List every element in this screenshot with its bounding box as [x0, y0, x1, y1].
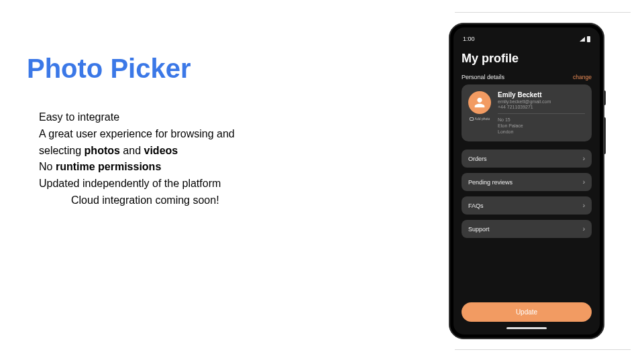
profile-email: emily.beckett@gmail.com	[498, 99, 585, 104]
slide-bullets: Easy to integrate A great user experienc…	[27, 109, 396, 209]
phone-side-button	[604, 90, 606, 105]
slide-title: Photo Picker	[27, 54, 396, 84]
camera-icon	[470, 117, 474, 121]
change-link[interactable]: change	[573, 74, 592, 80]
divider-line	[455, 349, 631, 350]
phone-mock-area: 1:00 My profile Personal details change	[409, 0, 644, 362]
add-photo-link[interactable]: Add photo	[470, 117, 490, 121]
profile-name: Emily Beckett	[498, 91, 585, 99]
battery-icon	[587, 36, 590, 42]
profile-card: Add photo Emily Beckett emily.beckett@gm…	[462, 84, 592, 141]
status-icons	[580, 36, 590, 42]
chevron-right-icon: ›	[583, 155, 585, 162]
bullet-text: selecting	[39, 145, 85, 156]
phone-side-button	[604, 117, 606, 154]
status-time: 1:00	[463, 36, 475, 42]
person-icon	[472, 95, 487, 110]
bullet-line: Easy to integrate	[39, 109, 396, 126]
bullet-bold: runtime permissions	[56, 161, 161, 172]
bullet-line: selecting photos and videos	[39, 143, 396, 160]
nav-handle	[506, 327, 547, 329]
menu-item-label: Support	[468, 226, 490, 233]
chevron-right-icon: ›	[583, 178, 585, 186]
menu-item-label: Orders	[468, 156, 487, 162]
menu-item-label: Pending reviews	[468, 179, 513, 186]
slide-text-area: Photo Picker Easy to integrate A great u…	[0, 0, 409, 209]
bullet-line: Cloud integration coming soon!	[39, 192, 396, 209]
profile-phone: +44 7211039271	[498, 105, 585, 109]
menu-list: Orders › Pending reviews › FAQs › Suppor…	[462, 149, 592, 238]
bullet-text: No	[39, 161, 56, 172]
divider-line	[455, 12, 631, 13]
menu-item-pending-reviews[interactable]: Pending reviews ›	[462, 173, 592, 191]
menu-item-orders[interactable]: Orders ›	[462, 149, 592, 168]
bullet-bold: videos	[144, 145, 178, 156]
menu-item-support[interactable]: Support ›	[462, 220, 592, 238]
bullet-line: A great user experience for browsing and	[39, 126, 396, 143]
section-label: Personal details	[462, 74, 504, 80]
address-line: No 15	[498, 117, 585, 123]
status-bar: 1:00	[462, 34, 592, 48]
profile-info: Emily Beckett emily.beckett@gmail.com +4…	[498, 91, 585, 135]
avatar[interactable]	[468, 91, 491, 114]
update-button[interactable]: Update	[462, 302, 592, 322]
phone-frame: 1:00 My profile Personal details change	[449, 23, 604, 339]
menu-item-faqs[interactable]: FAQs ›	[462, 196, 592, 215]
section-header: Personal details change	[462, 74, 592, 80]
page-title: My profile	[462, 52, 592, 66]
bullet-line: No runtime permissions	[39, 159, 396, 176]
bullet-line: Updated independently of the platform	[39, 176, 396, 192]
chevron-right-icon: ›	[583, 225, 585, 233]
chevron-right-icon: ›	[583, 202, 585, 209]
add-photo-label: Add photo	[475, 117, 490, 121]
phone-screen: 1:00 My profile Personal details change	[453, 27, 600, 335]
address-line: Eton Palace	[498, 123, 585, 129]
avatar-column: Add photo	[468, 91, 491, 135]
bullet-text: and	[120, 145, 144, 156]
menu-item-label: FAQs	[468, 202, 484, 209]
bullet-bold: photos	[85, 145, 120, 156]
address-line: London	[498, 129, 585, 135]
profile-address: No 15 Eton Palace London	[498, 117, 585, 135]
signal-icon	[580, 37, 585, 42]
card-divider	[498, 113, 585, 114]
